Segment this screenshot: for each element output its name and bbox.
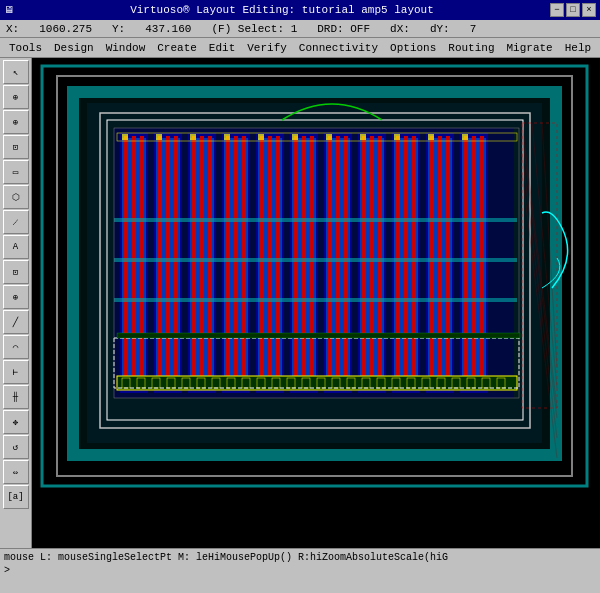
svg-rect-75 — [360, 134, 366, 140]
svg-rect-25 — [200, 136, 204, 390]
svg-rect-119 — [117, 333, 520, 338]
menu-item-verify[interactable]: Verify — [242, 41, 292, 55]
menu-item-window[interactable]: Window — [101, 41, 151, 55]
arc-tool-button[interactable]: ⌒ — [3, 335, 29, 359]
menu-item-tools[interactable]: Tools — [4, 41, 47, 55]
svg-rect-54 — [396, 136, 400, 390]
menu-bar: ToolsDesignWindowCreateEditVerifyConnect… — [0, 38, 600, 58]
main-area: ↖⊕⊕⊡▭⬡⟋A⊡⊕╱⌒⊢╫✥↺⇔[a] — [0, 58, 600, 548]
y-value: 437.160 — [145, 23, 191, 35]
prompt-symbol: > — [4, 565, 10, 576]
zoom-out-tool-button[interactable]: ⊕ — [3, 110, 29, 134]
svg-rect-16 — [140, 136, 144, 390]
status-line1: mouse L: mouseSingleSelectPt M: leHiMous… — [4, 551, 596, 564]
x-label: X: — [6, 23, 19, 35]
title-bar: 🖥 Virtuoso® Layout Editing: tutorial amp… — [0, 0, 600, 20]
stretch-tool-button[interactable]: ⊢ — [3, 360, 29, 384]
svg-rect-7 — [550, 86, 562, 461]
dy-label: dY: — [430, 23, 450, 35]
svg-rect-60 — [438, 136, 442, 390]
select-tool-button[interactable]: ↖ — [3, 60, 29, 84]
move-tool-button[interactable]: ✥ — [3, 410, 29, 434]
svg-rect-5 — [67, 449, 562, 461]
layout-svg — [32, 58, 600, 548]
svg-rect-72 — [258, 134, 264, 140]
y-label: Y: — [112, 23, 125, 35]
svg-rect-35 — [268, 136, 272, 390]
svg-rect-55 — [404, 136, 408, 390]
svg-rect-61 — [446, 136, 450, 390]
window-title: Virtuoso® Layout Editing: tutorial amp5 … — [14, 4, 550, 16]
svg-rect-74 — [326, 134, 332, 140]
label-tool-button[interactable]: A — [3, 235, 29, 259]
menu-item-connectivity[interactable]: Connectivity — [294, 41, 383, 55]
svg-rect-26 — [208, 136, 212, 390]
svg-rect-50 — [370, 136, 374, 390]
svg-rect-40 — [302, 136, 306, 390]
menu-item-help[interactable]: Help — [560, 41, 596, 55]
svg-rect-34 — [260, 136, 264, 390]
zoom-in-tool-button[interactable]: ⊕ — [3, 85, 29, 109]
svg-rect-4 — [67, 86, 562, 98]
wire-tool-button[interactable]: ╱ — [3, 310, 29, 334]
svg-rect-21 — [174, 136, 178, 390]
svg-rect-29 — [226, 136, 230, 390]
window-controls: − □ × — [550, 3, 596, 17]
coords-bar: X: 1060.275 Y: 437.160 (F) Select: 1 DRD… — [0, 20, 600, 38]
dx-label: dX: — [390, 23, 410, 35]
path-tool-button[interactable]: ⟋ — [3, 210, 29, 234]
svg-rect-78 — [462, 134, 468, 140]
svg-rect-73 — [292, 134, 298, 140]
menu-item-create[interactable]: Create — [152, 41, 202, 55]
svg-rect-24 — [192, 136, 196, 390]
svg-rect-30 — [234, 136, 238, 390]
zoom-fit-tool-button[interactable]: ⊡ — [3, 135, 29, 159]
drd-label: DRD: OFF — [317, 23, 370, 35]
svg-rect-15 — [132, 136, 136, 390]
svg-rect-39 — [294, 136, 298, 390]
svg-rect-20 — [166, 136, 170, 390]
rotate-tool-button[interactable]: ↺ — [3, 435, 29, 459]
svg-rect-46 — [344, 136, 348, 390]
ruler-tool-button[interactable]: ╫ — [3, 385, 29, 409]
instance-tool-button[interactable]: ⊡ — [3, 260, 29, 284]
svg-rect-81 — [114, 298, 517, 302]
menu-item-routing[interactable]: Routing — [443, 41, 499, 55]
svg-rect-76 — [394, 134, 400, 140]
menu-item-migrate[interactable]: Migrate — [502, 41, 558, 55]
rectangle-tool-button[interactable]: ▭ — [3, 160, 29, 184]
menu-item-edit[interactable]: Edit — [204, 41, 240, 55]
svg-rect-68 — [122, 134, 128, 140]
maximize-button[interactable]: □ — [566, 3, 580, 17]
svg-rect-44 — [328, 136, 332, 390]
svg-rect-41 — [310, 136, 314, 390]
command-prompt[interactable]: > — [4, 564, 596, 577]
svg-rect-31 — [242, 136, 246, 390]
svg-rect-70 — [190, 134, 196, 140]
svg-rect-64 — [464, 136, 468, 390]
svg-rect-45 — [336, 136, 340, 390]
flip-tool-button[interactable]: ⇔ — [3, 460, 29, 484]
svg-rect-19 — [158, 136, 162, 390]
pin-tool-button[interactable]: ⊕ — [3, 285, 29, 309]
svg-rect-14 — [124, 136, 128, 390]
svg-rect-80 — [114, 258, 517, 262]
minimize-button[interactable]: − — [550, 3, 564, 17]
dy-value: 7 — [470, 23, 477, 35]
menu-item-options[interactable]: Options — [385, 41, 441, 55]
svg-rect-6 — [67, 86, 79, 461]
left-toolbar: ↖⊕⊕⊡▭⬡⟋A⊡⊕╱⌒⊢╫✥↺⇔[a] — [0, 58, 32, 548]
svg-rect-66 — [480, 136, 484, 390]
title-icon: 🖥 — [4, 4, 14, 16]
x-value: 1060.275 — [39, 23, 92, 35]
svg-rect-69 — [156, 134, 162, 140]
select-label: (F) Select: 1 — [211, 23, 297, 35]
svg-rect-56 — [412, 136, 416, 390]
close-button[interactable]: × — [582, 3, 596, 17]
text-tool-button[interactable]: [a] — [3, 485, 29, 509]
menu-item-design[interactable]: Design — [49, 41, 99, 55]
polygon-tool-button[interactable]: ⬡ — [3, 185, 29, 209]
canvas-area[interactable] — [32, 58, 600, 548]
bottom-bar: mouse L: mouseSingleSelectPt M: leHiMous… — [0, 548, 600, 593]
svg-rect-51 — [378, 136, 382, 390]
